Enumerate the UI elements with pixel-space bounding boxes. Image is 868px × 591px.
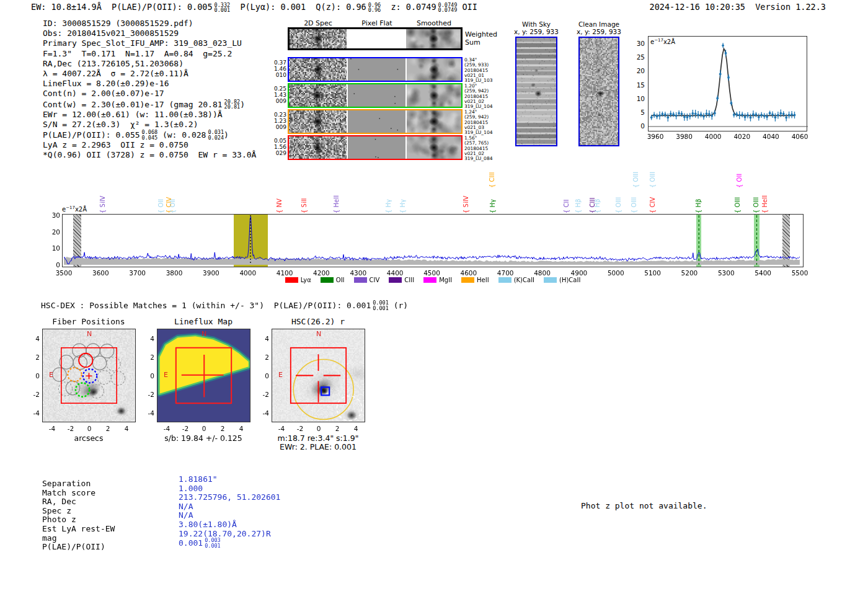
lineflux-map-title: Lineflux Map [174,317,232,326]
y-tick-label: 2 [265,353,269,361]
emission-line-label: OIII [615,197,622,213]
match-table-label: Spec z [42,506,115,515]
withsky-image-box [515,37,557,146]
clean-coords: x, y: 259, 933 [577,28,621,35]
line-fit-plot [648,36,807,131]
x-tick-label: 5500 [792,269,808,277]
row-pixelflat-image [348,58,405,81]
match-table-value: N/A [179,510,280,520]
col-title-pixelflat: Pixel Flat [361,19,392,27]
weighted-sum-label: Weighted Sum [465,30,510,47]
emission-line-label: OII [169,199,176,213]
col-title-2dspec: 2D Spec [304,19,332,27]
withsky-coords: x, y: 259, 933 [514,28,559,35]
emission-line-label: Hβ [695,199,702,213]
x-tick-label: 3800 [166,269,183,277]
match-table-value: 1.81861" [179,474,280,484]
emission-line-label: SiII [301,198,308,213]
row-2dspec-image [289,110,347,133]
emission-line-labels: SiIVOIICIVOIINVSiIIHeIIHγHγSiIVCIIIHγCII… [0,154,868,214]
fiber-xlabel: arcsecs [74,433,104,443]
x-tick-label: 3960 [647,133,664,140]
line-fit-ylabel: e−17x2Å [650,38,675,45]
match-table-label: Est LyA rest-EW [42,524,115,533]
row-fiber-label: 1.24" (259, 942) 20180415 v021_03 319_LU… [464,110,509,135]
weighted-pixelflat-image [348,29,405,48]
legend-swatch [498,277,512,283]
fiber-positions-image [43,329,135,422]
match-table-label: P(LAE)/P(OII) [42,542,115,551]
hsc-xticks: -4-2024 [0,425,868,433]
row-fiber-label: 0.34" (259, 933) 20180415 v021_01 319_LU… [464,58,509,83]
legend-swatch [321,277,334,283]
line-fit-canvas [649,37,808,132]
y-tick-label: -2 [263,391,269,398]
x-tick-label: -2 [297,425,303,432]
y-tick-label: 25 [637,53,645,61]
hsc-dex-summary: HSC-DEX : Possible Matches = 1 (within +… [41,300,408,311]
y-tick-label: 5 [640,109,645,116]
hsc-xlabel2: EWr: 2. PLAE: 0.001 [280,442,356,451]
spec2d-row: 0.37 1.46 010 0.34" (259, 933) 20180415 … [288,57,463,82]
x-tick-label: 4020 [733,133,750,140]
emission-line-label: Hβ [594,199,601,213]
row-2dspec-image [289,84,347,107]
lineflux-north-label: N [202,330,206,338]
x-tick-label: 4800 [534,269,551,277]
x-tick-label: 4200 [313,269,330,277]
weighted-sum-row: Weighted Sum [288,27,463,50]
report-datetime: 2024-12-16 10:20:35 Version 1.22.3 [650,2,826,12]
match-table-value: 3.80(±1.80)Å [179,520,280,529]
x-tick-label: 4 [354,425,358,432]
hsc-cutout-image [272,329,365,422]
emission-line-label: OIII [753,197,760,213]
fiber-positions-plot [42,329,136,422]
legend-item: HeII [461,277,489,283]
elixer-report-page: EW: 10.8±14.9Å P(LAE)/P(OII): 0.0050.332… [0,0,868,591]
legend-item: CIV [354,277,380,283]
legend-swatch [544,277,557,283]
legend-label: (H)CaII [559,277,580,283]
y-tick-label: 0 [56,261,60,269]
y-tick-label: -2 [33,391,40,398]
x-tick-label: -4 [278,425,285,432]
x-tick-label: 4000 [705,133,722,140]
x-tick-label: 4500 [423,269,440,277]
x-tick-label: 3900 [203,269,219,277]
y-tick-label: -4 [263,409,269,417]
legend-item: (H)CaII [544,277,580,283]
legend-label: Lyα [301,277,311,283]
match-table-value: 0.0010.0030.001 [179,538,280,547]
x-tick-label: 4600 [460,269,477,277]
legend-swatch [389,277,402,283]
col-title-smoothed: Smoothed [417,19,451,27]
legend-item: OII [321,277,345,283]
lineflux-map-plot [157,329,250,422]
match-table-value: 213.725796, 51.202601 [179,492,280,502]
legend-label: CIII [404,277,414,283]
lineflux-map-image [157,329,250,422]
emission-line-label: Hγ [385,199,392,213]
spec2d-row: 0.25 1.43 009 1.20" (259, 942) 20180415 … [288,83,463,108]
hsc-east-label: E [278,371,283,379]
legend-item: MgII [423,277,452,283]
hsc-xlabel: m:18.7 re:3.4" s:1.9" [278,433,359,443]
x-tick-label: 4700 [497,269,514,277]
spectrum-plot-frame [62,214,804,267]
y-tick-label: 20 [637,67,645,74]
legend-item: (K)CaII [498,277,534,283]
legend-swatch [423,277,436,283]
emission-line-label: HeII [761,195,768,213]
y-tick-label: -2 [148,391,154,398]
photz-notice: Phot z plot not available. [581,501,707,510]
y-tick-label: 10 [637,95,645,102]
x-tick-label: 3980 [676,133,693,140]
version-text: Version 1.22.3 [755,2,826,12]
y-tick-label: 4 [265,335,269,342]
row-2dspec-image [289,58,347,81]
emission-line-label: OIII [649,172,656,188]
spec2d-rows: 0.37 1.46 010 0.34" (259, 933) 20180415 … [288,57,463,161]
y-tick-label: 0 [640,122,645,130]
x-tick-label: 3600 [92,269,109,277]
y-tick-label: 0 [265,372,269,380]
